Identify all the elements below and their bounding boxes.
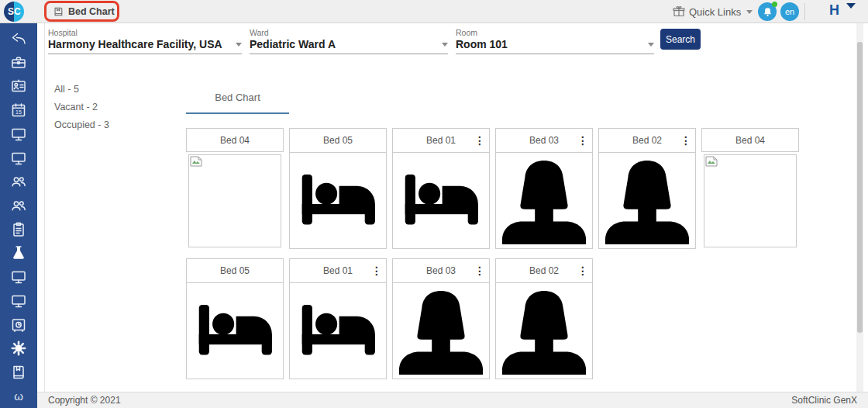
summary-all: All - 5 <box>54 84 109 95</box>
bed-card[interactable]: Bed 03⋮ <box>392 258 490 379</box>
reply-arrow-icon[interactable] <box>0 29 37 49</box>
scrollbar-thumb[interactable] <box>857 42 863 333</box>
room-select[interactable]: Room Room 101 <box>456 28 654 54</box>
sidebar-nav: 15 ω <box>0 23 37 408</box>
occupied-patient-icon <box>395 285 487 379</box>
monitor-icon[interactable] <box>0 267 37 287</box>
kebab-menu-icon[interactable]: ⋮ <box>474 135 485 146</box>
users-icon[interactable] <box>0 171 37 192</box>
hospital-value: Harmony Healthcare Facility, USA <box>48 38 222 50</box>
bed-card[interactable]: Bed 01⋮ <box>392 128 490 249</box>
calendar-15-icon[interactable]: 15 <box>0 100 37 120</box>
vacant-bed-icon <box>296 301 380 360</box>
omega-icon[interactable]: ω <box>0 386 37 406</box>
gear-icon[interactable] <box>0 338 37 358</box>
id-card-icon[interactable] <box>0 76 37 96</box>
chevron-down-icon <box>236 43 242 47</box>
bed-card-label: Bed 01 <box>323 265 353 276</box>
safe-icon[interactable] <box>0 315 37 335</box>
monitor-icon[interactable] <box>0 148 37 168</box>
copyright-text: Copyright © 2021 <box>48 395 121 406</box>
kebab-menu-icon[interactable]: ⋮ <box>474 265 485 276</box>
bed-card-label: Bed 05 <box>323 135 353 146</box>
monitor-icon[interactable] <box>0 291 37 311</box>
bed-card[interactable]: Bed 04 <box>701 128 799 249</box>
ward-select[interactable]: Ward Pediatric Ward A <box>250 28 448 54</box>
gift-icon <box>673 5 685 18</box>
chevron-down-icon <box>746 10 753 14</box>
tab-bed-chart[interactable]: Bed Chart <box>186 92 289 114</box>
book-icon[interactable] <box>0 362 37 382</box>
language-label: en <box>785 7 794 16</box>
bed-card-label: Bed 03 <box>426 265 456 276</box>
notification-dot <box>772 2 777 7</box>
summary-vacant: Vacant - 2 <box>54 102 109 112</box>
bed-card-label: Bed 01 <box>426 135 456 146</box>
ward-value: Pediatric Ward A <box>250 38 336 50</box>
vacant-bed-icon <box>193 301 277 360</box>
vertical-scrollbar[interactable] <box>856 23 863 392</box>
top-bar: S C Bed Chart Quick Links en H <box>0 0 868 23</box>
hospital-label: Hospital <box>48 28 242 37</box>
briefcase-icon[interactable] <box>0 53 37 73</box>
footer: Copyright © 2021 SoftClinic GenX <box>37 392 868 408</box>
ward-label: Ward <box>250 28 448 37</box>
occupied-patient-icon <box>498 285 590 379</box>
occupied-patient-icon <box>601 155 693 248</box>
hospital-select[interactable]: Hospital Harmony Healthcare Facility, US… <box>48 28 242 54</box>
bed-card[interactable]: Bed 04 <box>186 128 284 249</box>
bed-card-label: Bed 02 <box>632 135 662 146</box>
content-panel-edge <box>44 23 45 392</box>
bed-card[interactable]: Bed 05 <box>186 258 284 379</box>
brand-text: SoftClinic GenX <box>791 395 857 406</box>
bed-card-label: Bed 02 <box>529 265 559 276</box>
chevron-down-icon <box>442 43 448 47</box>
broken-image-icon <box>705 156 718 167</box>
svg-text:15: 15 <box>16 109 22 115</box>
missing-image-placeholder <box>704 154 797 247</box>
bed-card-label: Bed 04 <box>735 135 765 146</box>
quick-links-menu[interactable]: Quick Links <box>673 0 753 23</box>
quick-links-label: Quick Links <box>689 6 741 18</box>
profile-chevron-icon[interactable] <box>846 3 856 9</box>
monitor-icon[interactable] <box>0 124 37 144</box>
bed-card[interactable]: Bed 01⋮ <box>289 258 387 379</box>
search-button[interactable]: Search <box>660 29 701 50</box>
bed-card[interactable]: Bed 02⋮ <box>495 258 593 379</box>
missing-image-placeholder <box>188 154 281 247</box>
bed-card[interactable]: Bed 02⋮ <box>598 128 696 249</box>
bed-card-label: Bed 04 <box>220 135 250 146</box>
bed-card[interactable]: Bed 03⋮ <box>495 128 593 249</box>
language-button[interactable]: en <box>780 2 799 21</box>
topbar-divider <box>804 3 805 20</box>
page-title: Bed Chart <box>68 6 115 17</box>
vacant-bed-icon <box>399 171 483 230</box>
logo-left-half: S <box>4 2 14 22</box>
summary-occupied: Occupied - 3 <box>54 119 109 130</box>
logo-right-half: C <box>14 2 24 22</box>
profile-button[interactable]: H <box>829 2 839 19</box>
clipboard-icon[interactable] <box>0 220 37 240</box>
bed-card-label: Bed 05 <box>220 265 250 276</box>
room-value: Room 101 <box>456 38 508 50</box>
bed-card-label: Bed 03 <box>529 135 559 146</box>
notifications-button[interactable] <box>758 2 777 21</box>
kebab-menu-icon[interactable]: ⋮ <box>680 135 691 146</box>
bed-summary: All - 5 Vacant - 2 Occupied - 3 <box>54 84 109 137</box>
vacant-bed-icon <box>296 171 380 230</box>
chevron-down-icon <box>648 43 654 47</box>
app-logo[interactable]: S C <box>4 2 24 22</box>
room-label: Room <box>456 28 654 37</box>
kebab-menu-icon[interactable]: ⋮ <box>577 135 588 146</box>
bell-icon <box>763 7 773 17</box>
flask-icon[interactable] <box>0 243 37 263</box>
kebab-menu-icon[interactable]: ⋮ <box>371 265 382 276</box>
book-icon <box>53 6 64 17</box>
broken-image-icon <box>190 156 202 167</box>
occupied-patient-icon <box>498 155 590 248</box>
kebab-menu-icon[interactable]: ⋮ <box>577 265 588 276</box>
users-icon[interactable] <box>0 195 37 216</box>
annotation-highlight: Bed Chart <box>44 1 119 22</box>
bed-card[interactable]: Bed 05 <box>289 128 387 249</box>
